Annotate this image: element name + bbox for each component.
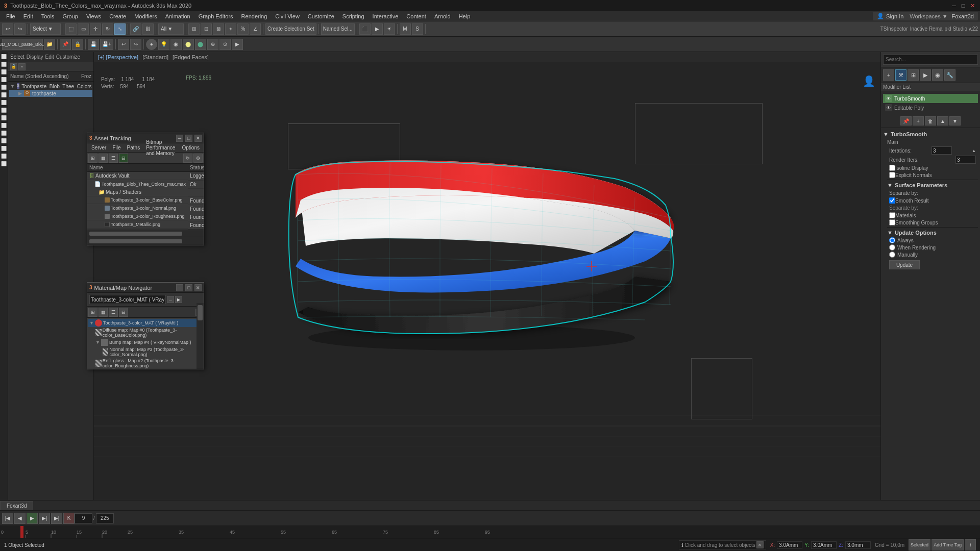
material-editor-btn[interactable]: M xyxy=(400,23,411,35)
at-row-roughness[interactable]: Toothpaste_3-color_Roughness.png Found xyxy=(87,213,204,221)
mat-normal-item[interactable]: Normal map: Map #3 (Toothpaste_3-color_N… xyxy=(88,346,203,358)
redo2-btn[interactable]: ↪ xyxy=(130,39,141,50)
at-row-vault[interactable]: 🗄 Autodesk Vault Logge... xyxy=(87,172,204,181)
frame-end-btn[interactable]: ▶| xyxy=(51,513,62,524)
render-iters-input[interactable] xyxy=(955,156,976,164)
at-row-metallic[interactable]: Toothpaste_Metallic.png Found xyxy=(87,221,204,229)
sphere-btn[interactable]: ◉ xyxy=(170,39,182,50)
frame-next-btn[interactable]: ▶| xyxy=(39,513,50,524)
scene-filter-btn[interactable]: × xyxy=(18,63,26,70)
rp-modify-icon[interactable]: ⚒ xyxy=(895,69,906,81)
mn-grid1-btn[interactable]: ⊞ xyxy=(88,308,97,317)
viewport-area[interactable]: [+] [Perspective] [Standard] [Edged Face… xyxy=(94,52,880,508)
maximize-button[interactable]: □ xyxy=(960,2,967,9)
workspace-dropdown[interactable]: Workspaces ▼ xyxy=(910,13,947,19)
green-sphere[interactable]: ⬤ xyxy=(195,39,206,50)
iterations-input[interactable] xyxy=(932,146,952,155)
always-radio[interactable] xyxy=(889,237,895,243)
menu-tools[interactable]: Tools xyxy=(37,12,59,20)
rp-motion-icon[interactable]: ▶ xyxy=(920,69,931,81)
rotate-btn[interactable]: ↻ xyxy=(102,23,113,35)
frame-input[interactable] xyxy=(75,513,92,523)
at-restore-btn[interactable]: □ xyxy=(185,135,192,142)
key-mode-btn[interactable]: K xyxy=(63,513,75,524)
minimize-button[interactable]: ─ xyxy=(950,2,958,9)
mn-close-btn[interactable]: ✕ xyxy=(194,284,202,291)
link-btn[interactable]: 🔗 xyxy=(130,23,141,35)
tree-item-root[interactable]: ▼ S Toothpaste_Blob_Thee_Colors xyxy=(9,83,92,90)
vp-edged-label[interactable]: [Edged Faces] xyxy=(173,54,209,60)
update-button[interactable]: Update xyxy=(889,260,920,269)
side-icon-15[interactable]: ⬜ xyxy=(1,160,8,167)
sp-expand[interactable]: ▼ xyxy=(887,182,893,188)
rp-utilities-icon[interactable]: 🔧 xyxy=(944,69,955,81)
scene-lock-btn[interactable]: 🔓 xyxy=(10,63,17,70)
mn-minimize-btn[interactable]: ─ xyxy=(176,284,183,291)
side-icon-8[interactable]: ⬜ xyxy=(1,107,8,114)
scale-btn[interactable]: ⤡ xyxy=(114,23,126,35)
at-row-basecolor[interactable]: Toothpaste_3-color_BaseColor.png Found xyxy=(87,196,204,205)
at-scrollbar-track[interactable] xyxy=(89,232,182,236)
frame-start-btn[interactable]: |◀ xyxy=(2,513,13,524)
mat-nav-input[interactable]: Toothpaste_3-color_MAT ( VRayMtl ) xyxy=(89,295,166,304)
menu-content[interactable]: Content xyxy=(402,12,430,20)
at-grid4-btn[interactable]: ⊟ xyxy=(119,154,128,163)
render2-btn[interactable]: ▶ xyxy=(232,39,243,50)
mini-curve-btn[interactable]: ⌇ xyxy=(965,539,976,550)
menu-group[interactable]: Group xyxy=(58,12,82,20)
menu-views[interactable]: Views xyxy=(82,12,105,20)
sign-in-area[interactable]: 👤 Sign In Workspaces ▼ Foxart3d xyxy=(873,12,978,20)
side-icon-7[interactable]: ⬜ xyxy=(1,99,8,106)
active-shade-btn[interactable]: ☀ xyxy=(384,23,395,35)
sign-in-label[interactable]: Sign In xyxy=(886,13,903,19)
move-btn[interactable]: ✛ xyxy=(90,23,101,35)
iterations-spinner-up[interactable]: ▲ xyxy=(972,148,976,153)
viewport-canvas[interactable]: Polys: 1 184 1 184 Verts: 594 594 FPS: 1… xyxy=(94,62,880,508)
materials-check[interactable] xyxy=(889,212,895,218)
rp-create-icon[interactable]: + xyxy=(883,69,894,81)
tree-item-toothpaste[interactable]: ▶ O toothpaste xyxy=(9,90,92,97)
isoline-check[interactable] xyxy=(889,165,895,171)
mn-grid2-btn[interactable]: ▦ xyxy=(99,308,108,317)
close-button[interactable]: ✕ xyxy=(969,2,976,9)
mn-scroll-thumb[interactable] xyxy=(198,305,203,320)
menu-create[interactable]: Create xyxy=(105,12,130,20)
side-icon-3[interactable]: ⬜ xyxy=(1,68,8,76)
at-row-normal[interactable]: Toothpaste_3-color_Normal.png Found xyxy=(87,205,204,213)
hint-close-btn[interactable]: ✕ xyxy=(756,541,764,548)
mn-vscrollbar[interactable] xyxy=(197,303,204,369)
side-icon-9[interactable]: ⬜ xyxy=(1,114,8,121)
display-tab[interactable]: Display xyxy=(27,54,43,60)
slate-mat-btn[interactable]: S xyxy=(412,23,423,35)
percent-btn[interactable]: % xyxy=(237,23,249,35)
at-refresh-btn[interactable]: ↻ xyxy=(183,154,192,163)
yellow-btn[interactable]: ⬤ xyxy=(183,39,194,50)
mat-bump-item[interactable]: ▼ Bump map: Map #4 ( VRayNormalMap ) xyxy=(88,338,203,346)
smooth-result-check[interactable] xyxy=(889,197,895,204)
at-hscrollbar-track[interactable] xyxy=(89,239,182,243)
mat-bump-expand[interactable]: ▼ xyxy=(95,340,100,345)
mat-root-item[interactable]: ▼ Toothpaste_3-color_MAT ( VRayMtl ) xyxy=(88,319,203,327)
mat-nav-browse-btn[interactable]: ... xyxy=(167,296,174,303)
side-icon-11[interactable]: ⬜ xyxy=(1,130,8,137)
mat-nav-scroll-right-btn[interactable]: ▶ xyxy=(175,296,182,303)
path-btn[interactable]: 3D_MOLI_paste_Blo... xyxy=(2,39,43,50)
rp-hierarchy-icon[interactable]: ⊞ xyxy=(908,69,919,81)
select-region-btn[interactable]: ▭ xyxy=(78,23,89,35)
modifier-editable-poly[interactable]: 👁 Editable Poly xyxy=(883,103,978,112)
filter-dropdown[interactable]: All ▼ xyxy=(158,23,184,35)
render-setup-btn[interactable]: ⬛ xyxy=(359,23,371,35)
sort-label[interactable]: Name (Sorted Ascending) xyxy=(10,73,81,79)
select-mode-dropdown[interactable]: Select ▼ xyxy=(30,23,61,35)
array-btn[interactable]: ⊠ xyxy=(213,23,224,35)
target-btn[interactable]: ⊕ xyxy=(207,39,218,50)
menu-arnold[interactable]: Arnold xyxy=(430,12,455,20)
mn-grid4-btn[interactable]: ⊟ xyxy=(119,308,128,317)
menu-modifiers[interactable]: Modifiers xyxy=(130,12,161,20)
side-icon-6[interactable]: ⬜ xyxy=(1,91,8,98)
tab-foxart3d[interactable]: Foxart3d xyxy=(0,501,33,510)
modifier-search[interactable] xyxy=(883,55,978,65)
edit-tab[interactable]: Edit xyxy=(45,54,54,60)
mod-down-btn[interactable]: ▼ xyxy=(949,116,961,126)
lock-btn[interactable]: 🔒 xyxy=(72,39,83,50)
